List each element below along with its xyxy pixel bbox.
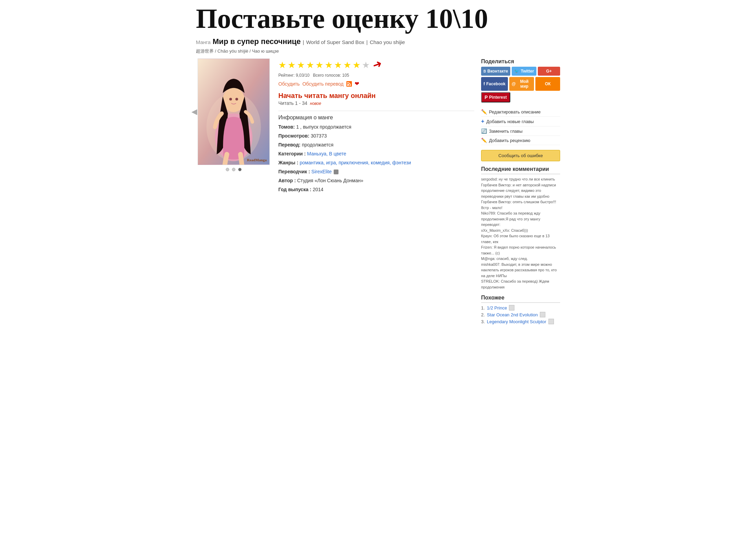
admin-edit-desc[interactable]: ✏️ Редактировать описание <box>481 107 560 117</box>
edit-desc-label: Редактировать описание <box>489 109 541 115</box>
comment-item-8: M@nga: спасиб, жду след. <box>481 256 560 262</box>
svg-point-8 <box>347 85 348 86</box>
views-label: Просмотров: <box>278 133 309 139</box>
svg-point-5 <box>229 98 232 100</box>
star-4[interactable]: ★ <box>306 60 314 70</box>
star-7[interactable]: ★ <box>334 60 342 70</box>
myworld-icon: @ <box>512 81 516 86</box>
left-nav-arrow[interactable]: ◀ <box>191 107 197 116</box>
similar-item-2: 2. Star Ocean 2nd Evolution <box>481 312 560 317</box>
stars-rating[interactable]: ★ ★ ★ ★ ★ ★ ★ ★ ★ ★ ➜ <box>278 58 474 72</box>
nav-dot-2[interactable] <box>232 168 235 171</box>
comments-title: Последние комментарии <box>481 166 560 174</box>
info-volumes: Томов: 1 , выпуск продолжается <box>278 123 474 131</box>
manga-title-separator2: | <box>366 39 368 45</box>
share-pinterest-button[interactable]: P Pinterest <box>481 92 510 102</box>
translator-icon <box>334 170 338 174</box>
share-facebook-button[interactable]: f Facebook <box>481 77 508 91</box>
admin-replace-chapters[interactable]: 🔄 Заменить главы <box>481 127 560 136</box>
comment-item-5: xXx_Maxim_xXx: Спасиб))) <box>481 228 560 233</box>
comment-item-4: Niko789: Спасибо за перевод жду продолже… <box>481 210 560 228</box>
info-translator: Переводчик : SirexElite <box>278 168 474 175</box>
cover-nav-dots <box>226 168 242 171</box>
volumes-label: Томов: <box>278 124 295 130</box>
comment-item-9: mishka007: Выходит, в этом мире можно на… <box>481 262 560 279</box>
twitter-icon: 🐦 <box>514 69 519 74</box>
author-label: Автор : <box>278 178 296 183</box>
star-8[interactable]: ★ <box>343 60 351 70</box>
similar-item-3: 3. Legendary Moonlight Sculptor <box>481 319 560 324</box>
share-section: Поделиться В Вконтакте 🐦 Twitter G+ <box>481 58 560 102</box>
similar-thumb-2 <box>540 312 545 317</box>
left-panel: ◀ <box>196 58 271 171</box>
comments-section: Последние комментарии sergodsd: ну че тр… <box>481 166 560 290</box>
pinterest-icon: P <box>485 95 488 100</box>
admin-add-review[interactable]: ✏️ Добавить рецензию <box>481 136 560 145</box>
similar-item-1: 1. 1/2 Prince <box>481 305 560 310</box>
star-10[interactable]: ★ <box>362 60 370 70</box>
comment-item-6: Краун: Об этом было сказано еще в 13 гла… <box>481 233 560 244</box>
share-twitter-button[interactable]: 🐦 Twitter <box>512 67 536 76</box>
share-buttons-row2: f Facebook @ Мой мир ОК <box>481 77 560 91</box>
rating-text: Рейтинг: 9,03/10 Всего голосов: 105 <box>278 73 474 78</box>
manga-title-separator: | <box>303 39 304 45</box>
genres-label: Жанры : <box>278 160 298 165</box>
fb-icon: f <box>483 81 485 86</box>
share-buttons-row1: В Вконтакте 🐦 Twitter G+ <box>481 67 560 76</box>
similar-title: Похожее <box>481 295 560 303</box>
read-manga-link[interactable]: Начать читать мангу онлайн <box>278 92 474 100</box>
similar-thumb-3 <box>548 319 554 324</box>
nav-dot-3[interactable] <box>238 168 242 171</box>
discuss-link[interactable]: Обсудить <box>278 81 300 87</box>
add-review-label: Добавить рецензию <box>489 138 530 143</box>
similar-link-3[interactable]: Legendary Moonlight Sculptor <box>487 319 546 324</box>
star-3[interactable]: ★ <box>297 60 305 70</box>
middle-panel: ★ ★ ★ ★ ★ ★ ★ ★ ★ ★ ➜ Рейтинг: 9,03/10 В… <box>278 58 474 195</box>
vk-label: Вконтакте <box>487 69 508 74</box>
info-year: Год выпуска : 2014 <box>278 186 474 193</box>
info-genres: Жанры : романтика, игра, приключения, ко… <box>278 159 474 166</box>
admin-actions: ✏️ Редактировать описание + Добавить нов… <box>481 107 560 145</box>
comment-item-1: sergodsd: ну че трудно что ли все клинит… <box>481 176 560 182</box>
year-label: Год выпуска : <box>278 187 311 192</box>
page-big-title: Поставьте оценку 10\10 <box>196 3 560 34</box>
replace-chapters-label: Заменить главы <box>489 129 523 134</box>
similar-link-2[interactable]: Star Ocean 2nd Evolution <box>487 312 538 317</box>
replace-icon: 🔄 <box>481 128 487 134</box>
similar-link-1[interactable]: 1/2 Prince <box>487 305 507 310</box>
share-gplus-button[interactable]: G+ <box>538 67 560 76</box>
rss-icon[interactable] <box>346 81 352 87</box>
star-9[interactable]: ★ <box>353 60 360 70</box>
star-6[interactable]: ★ <box>325 60 333 70</box>
star-5[interactable]: ★ <box>315 60 323 70</box>
admin-add-chapters[interactable]: + Добавить новые главы <box>481 117 560 127</box>
red-arrow: ➜ <box>371 57 384 73</box>
pinterest-label: Pinterest <box>489 95 507 100</box>
share-ok-button[interactable]: ОК <box>535 77 560 91</box>
share-myworld-button[interactable]: @ Мой мир <box>509 77 534 91</box>
manga-title-line: Манга Мир в супер песочнице | World of S… <box>196 37 560 46</box>
info-views: Просмотров: 307373 <box>278 132 474 140</box>
read-chapters[interactable]: Читать 1 - 34 новое <box>278 100 474 106</box>
votes-count: 105 <box>342 73 349 78</box>
report-error-button[interactable]: Сообщить об ошибке <box>481 150 560 161</box>
plus-icon: + <box>481 118 484 124</box>
info-translate: Перевод: продолжается <box>278 141 474 149</box>
nav-dot-1[interactable] <box>226 168 229 171</box>
star-2[interactable]: ★ <box>288 60 296 70</box>
heart-icon[interactable]: ❤ <box>355 80 359 87</box>
star-1[interactable]: ★ <box>278 60 286 70</box>
discuss-translate-link[interactable]: Обсудить перевод <box>302 81 344 87</box>
new-badge: новое <box>310 101 321 106</box>
info-categories: Категории : Маньхуа, В цвете <box>278 150 474 157</box>
translate-value: продолжается <box>302 142 333 148</box>
share-vk-button[interactable]: В Вконтакте <box>481 67 510 76</box>
translator-label: Переводчик : <box>278 169 310 174</box>
manga-label: Манга <box>196 39 211 45</box>
translator-value[interactable]: SirexElite <box>311 169 338 174</box>
translate-label: Перевод: <box>278 142 301 148</box>
views-value: 307373 <box>311 133 327 139</box>
categories-value[interactable]: Маньхуа, В цвете <box>307 151 346 156</box>
review-icon: ✏️ <box>481 138 487 143</box>
genres-value[interactable]: романтика, игра, приключения, комедия, ф… <box>300 160 411 165</box>
